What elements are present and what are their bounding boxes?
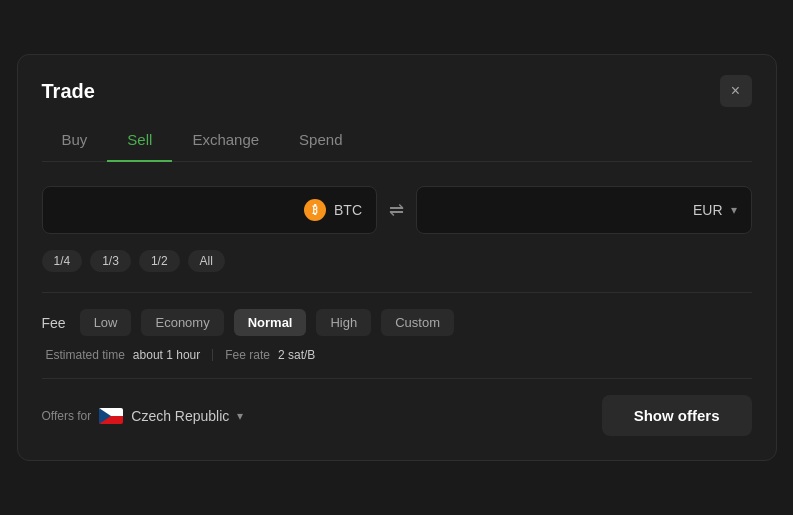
country-name: Czech Republic [131,408,229,424]
chevron-down-icon: ▾ [731,203,737,217]
fee-low-button[interactable]: Low [80,309,132,336]
estimated-time-row: Estimated time about 1 hour Fee rate 2 s… [42,348,752,362]
offers-row: Offers for Czech Republic ▾ Show offers [42,395,752,436]
tab-buy[interactable]: Buy [42,123,108,162]
fee-label: Fee [42,315,66,331]
modal-title: Trade [42,80,95,103]
trade-modal: Trade × Buy Sell Exchange Spend ₿ BTC ⇌ … [17,54,777,461]
fee-rate-value: 2 sat/B [278,348,315,362]
swap-icon[interactable]: ⇌ [389,199,404,221]
fraction-row: 1/4 1/3 1/2 All [42,250,752,272]
tab-exchange[interactable]: Exchange [172,123,279,162]
modal-header: Trade × [42,75,752,107]
fee-row: Fee Low Economy Normal High Custom [42,309,752,336]
fee-rate-label: Fee rate [225,348,270,362]
to-currency-select[interactable]: EUR ▾ [416,186,752,234]
fee-normal-button[interactable]: Normal [234,309,307,336]
czech-flag-icon [99,408,123,424]
tab-sell[interactable]: Sell [107,123,172,162]
divider-top [42,292,752,293]
fee-high-button[interactable]: High [316,309,371,336]
estimated-time-label: Estimated time [46,348,125,362]
from-currency-input[interactable]: ₿ BTC [42,186,378,234]
divider-bottom [42,378,752,379]
fraction-all-button[interactable]: All [188,250,225,272]
country-chevron-icon: ▾ [237,409,243,423]
offers-for-selector[interactable]: Offers for Czech Republic ▾ [42,408,244,424]
close-button[interactable]: × [720,75,752,107]
from-currency-label: BTC [334,202,362,218]
tab-spend[interactable]: Spend [279,123,362,162]
btc-icon: ₿ [304,199,326,221]
exchange-row: ₿ BTC ⇌ EUR ▾ [42,186,752,234]
estimated-time-value: about 1 hour [133,348,200,362]
to-currency-label: EUR [693,202,723,218]
fee-custom-button[interactable]: Custom [381,309,454,336]
fraction-quarter-button[interactable]: 1/4 [42,250,83,272]
tab-bar: Buy Sell Exchange Spend [42,123,752,162]
separator [212,349,213,361]
fraction-half-button[interactable]: 1/2 [139,250,180,272]
show-offers-button[interactable]: Show offers [602,395,752,436]
fraction-third-button[interactable]: 1/3 [90,250,131,272]
fee-economy-button[interactable]: Economy [141,309,223,336]
main-content: ₿ BTC ⇌ EUR ▾ 1/4 1/3 1/2 All Fee Low Ec… [42,162,752,436]
offers-for-label: Offers for [42,409,92,423]
